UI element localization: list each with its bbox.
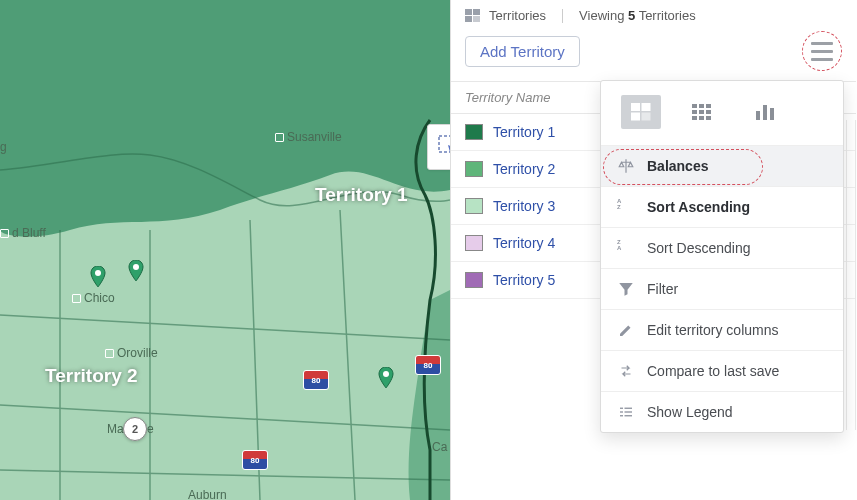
legend-icon — [617, 403, 635, 421]
cluster-marker[interactable]: 2 — [123, 417, 147, 441]
territory-label-2: Territory 2 — [45, 365, 138, 387]
divider — [562, 9, 563, 23]
territory-name: Territory 2 — [493, 161, 555, 177]
panel-menu-button[interactable] — [802, 31, 842, 71]
svg-rect-19 — [692, 110, 697, 114]
viewing-text: Viewing 5 Territories — [579, 8, 696, 23]
svg-rect-13 — [642, 103, 651, 111]
map-pin-icon[interactable] — [378, 367, 394, 389]
svg-rect-26 — [763, 105, 767, 120]
svg-rect-20 — [699, 110, 704, 114]
sort-asc-icon: AZ — [617, 198, 635, 216]
grid-icon — [692, 104, 714, 120]
pencil-icon — [617, 321, 635, 339]
svg-point-1 — [95, 270, 101, 276]
svg-rect-8 — [473, 16, 480, 22]
menu-item-filter[interactable]: Filter — [601, 269, 843, 310]
color-swatch — [465, 272, 483, 288]
menu-item-compare[interactable]: Compare to last save — [601, 351, 843, 392]
territories-view-icon — [631, 103, 651, 121]
view-grid-button[interactable] — [683, 95, 723, 129]
territory-name: Territory 3 — [493, 198, 555, 214]
highway-shield-80: 80 — [303, 370, 329, 390]
svg-point-3 — [383, 371, 389, 377]
map-pin-icon[interactable] — [90, 266, 106, 288]
city-chico: Chico — [72, 291, 115, 305]
highlight-ring — [802, 31, 842, 71]
svg-point-2 — [133, 264, 139, 270]
view-territories-button[interactable] — [621, 95, 661, 129]
svg-rect-7 — [465, 16, 472, 22]
territories-panel: Territories Viewing 5 Territories Add Te… — [450, 0, 856, 500]
add-territory-button[interactable]: Add Territory — [465, 36, 580, 67]
view-chart-button[interactable] — [745, 95, 785, 129]
city-oroville: Oroville — [105, 346, 158, 360]
sort-desc-icon: ZA — [617, 239, 635, 257]
svg-rect-22 — [692, 116, 697, 120]
highway-shield-80: 80 — [415, 355, 441, 375]
svg-rect-12 — [631, 103, 640, 111]
city-auburn: Auburn — [188, 488, 227, 500]
territory-label-1: Territory 1 — [315, 184, 408, 206]
color-swatch — [465, 124, 483, 140]
territories-icon — [465, 9, 481, 23]
svg-rect-16 — [692, 104, 697, 108]
svg-rect-18 — [706, 104, 711, 108]
city-red-bluff: d Bluff — [0, 226, 46, 240]
territory-name: Territory 4 — [493, 235, 555, 251]
svg-rect-6 — [473, 9, 480, 15]
color-swatch — [465, 198, 483, 214]
territories-tab-label[interactable]: Territories — [489, 8, 546, 23]
menu-item-balances[interactable]: Balances — [601, 146, 843, 187]
menu-item-sort-desc[interactable]: ZA Sort Descending — [601, 228, 843, 269]
svg-rect-14 — [631, 113, 640, 121]
compare-icon — [617, 362, 635, 380]
map-pin-icon[interactable] — [128, 260, 144, 282]
color-swatch — [465, 161, 483, 177]
city-g: g — [0, 140, 7, 154]
svg-rect-27 — [770, 108, 774, 120]
highway-shield-80: 80 — [242, 450, 268, 470]
panel-edge — [846, 120, 856, 430]
territory-name: Territory 1 — [493, 124, 555, 140]
funnel-icon — [617, 280, 635, 298]
svg-rect-25 — [756, 111, 760, 120]
territory-name: Territory 5 — [493, 272, 555, 288]
city-ca: Ca — [432, 440, 447, 454]
svg-rect-21 — [706, 110, 711, 114]
menu-item-edit-columns[interactable]: Edit territory columns — [601, 310, 843, 351]
svg-rect-17 — [699, 104, 704, 108]
svg-rect-15 — [642, 113, 651, 121]
svg-rect-5 — [465, 9, 472, 15]
svg-rect-24 — [706, 116, 711, 120]
menu-item-sort-asc[interactable]: AZ Sort Ascending — [601, 187, 843, 228]
city-susanville: Susanville — [275, 130, 342, 144]
panel-menu-dropdown: Balances AZ Sort Ascending ZA Sort Desce… — [600, 80, 844, 433]
svg-rect-23 — [699, 116, 704, 120]
map-canvas[interactable]: Territory 1 Territory 2 Susanville d Blu… — [0, 0, 450, 500]
color-swatch — [465, 235, 483, 251]
map-shapes — [0, 0, 450, 500]
menu-item-legend[interactable]: Show Legend — [601, 392, 843, 432]
scales-icon — [617, 157, 635, 175]
bar-chart-icon — [754, 103, 776, 121]
